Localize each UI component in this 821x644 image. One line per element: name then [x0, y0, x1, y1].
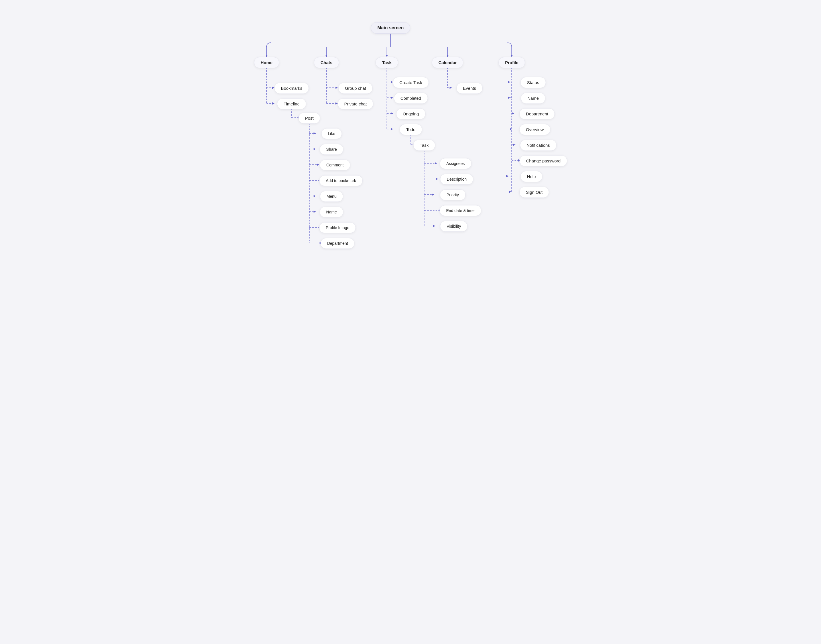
node-name-post: Name	[319, 207, 343, 218]
svg-marker-7	[336, 87, 338, 89]
node-like: Like	[321, 128, 342, 139]
svg-marker-3	[447, 55, 449, 57]
node-create-task: Create Task	[393, 77, 429, 88]
svg-marker-17	[510, 128, 512, 130]
node-calendar: Calendar	[432, 57, 463, 68]
node-home: Home	[254, 57, 279, 68]
node-events: Events	[456, 83, 483, 94]
node-menu: Menu	[320, 191, 343, 202]
node-profile: Profile	[499, 57, 525, 68]
node-priority: Priority	[440, 190, 465, 200]
node-share: Share	[319, 144, 343, 155]
node-profile-image: Profile Image	[319, 222, 356, 233]
svg-marker-20	[506, 175, 509, 177]
svg-marker-24	[313, 148, 316, 150]
svg-marker-16	[512, 112, 514, 115]
svg-marker-14	[508, 81, 510, 83]
node-todo: Todo	[400, 124, 422, 135]
diagram-canvas: Main screenHomeChatsTaskCalendarProfileB…	[239, 0, 582, 279]
node-department: Department	[519, 108, 555, 120]
node-ongoing: Ongoing	[396, 108, 426, 120]
svg-marker-33	[436, 178, 438, 180]
node-visibility: Visibility	[440, 221, 468, 232]
node-status: Status	[520, 77, 546, 88]
node-task-sub: Task	[413, 140, 435, 151]
node-help: Help	[520, 171, 542, 182]
node-name: Name	[521, 93, 545, 104]
node-chats: Chats	[314, 57, 339, 68]
svg-marker-32	[435, 162, 437, 164]
node-completed: Completed	[394, 93, 428, 104]
node-add-to-bookmark: Add to bookmark	[319, 175, 363, 186]
svg-marker-0	[265, 55, 268, 57]
svg-marker-21	[509, 191, 511, 193]
node-post: Post	[298, 113, 320, 124]
node-end-date: End date & time	[440, 205, 481, 216]
svg-marker-2	[386, 55, 388, 57]
svg-marker-4	[511, 55, 513, 57]
svg-marker-25	[317, 164, 319, 166]
node-bookmarks: Bookmarks	[274, 83, 309, 94]
node-main-screen: Main screen	[371, 22, 410, 34]
svg-marker-27	[313, 195, 316, 197]
node-description: Description	[440, 174, 473, 185]
node-private-chat: Private chat	[338, 98, 373, 109]
svg-marker-11	[391, 112, 393, 115]
svg-marker-12	[391, 128, 393, 130]
svg-marker-13	[450, 87, 452, 89]
node-assignees: Assignees	[440, 158, 471, 169]
node-group-chat: Group chat	[338, 83, 373, 94]
node-timeline: Timeline	[277, 98, 306, 109]
node-change-password: Change password	[520, 155, 567, 166]
svg-marker-28	[313, 211, 316, 213]
svg-marker-34	[432, 193, 434, 196]
node-comment: Comment	[320, 159, 350, 170]
node-notifications: Notifications	[520, 140, 557, 151]
svg-marker-10	[391, 97, 393, 99]
node-overview: Overview	[519, 124, 551, 135]
svg-marker-23	[313, 132, 316, 135]
svg-marker-15	[508, 97, 510, 99]
svg-marker-36	[433, 225, 435, 227]
svg-marker-1	[325, 55, 328, 57]
node-sign-out: Sign Out	[519, 187, 549, 198]
node-task: Task	[376, 57, 398, 68]
svg-marker-6	[272, 102, 275, 104]
node-department-post: Department	[321, 238, 354, 249]
svg-marker-18	[513, 144, 516, 146]
